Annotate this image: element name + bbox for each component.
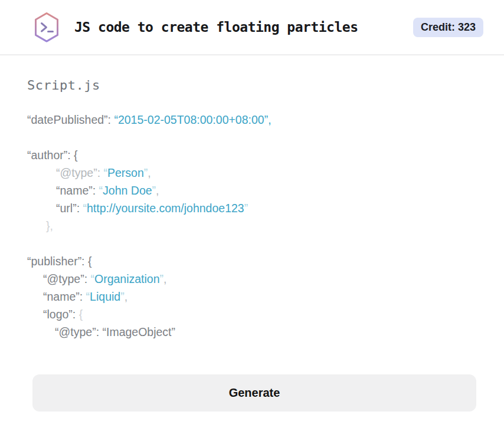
code-line: “author”: { <box>27 146 477 164</box>
code-token: , <box>163 272 166 285</box>
code-token: “name”: <box>43 290 86 303</box>
code-token: John Doe <box>103 184 152 197</box>
code-line: “publisher”: { <box>27 252 477 270</box>
code-token: , <box>125 290 127 303</box>
code-token: { <box>79 308 83 321</box>
page-title: JS code to create floating particles <box>74 19 358 35</box>
code-line: “@type”: “Organization”, <box>27 270 477 288</box>
code-token: “publisher”: { <box>27 255 91 268</box>
code-token: , <box>148 166 150 179</box>
editor-panel: Script.js “datePublished”: “2015-02-05T0… <box>0 78 504 341</box>
code-token: ” <box>244 202 248 215</box>
filename-label: Script.js <box>27 78 477 93</box>
code-token: “logo”: <box>43 308 79 321</box>
app-header: JS code to create floating particles Cre… <box>0 0 504 55</box>
code-token: “@type”: “ImageObject” <box>55 325 175 338</box>
code-line: “name”: “Liquid”, <box>27 288 477 305</box>
code-block: “datePublished”: “2015-02-05T08:00:00+08… <box>27 111 477 341</box>
code-token: “@type”: <box>56 166 103 179</box>
code-token: Liquid <box>90 290 120 303</box>
code-line <box>27 129 477 146</box>
code-line: “url”: “http://yoursite.com/johndoe123” <box>27 199 477 217</box>
code-token: , <box>156 184 159 197</box>
code-line: }, <box>27 217 477 235</box>
code-line <box>27 235 477 252</box>
code-line: “@type”: “ImageObject” <box>27 323 477 341</box>
code-token: http://yoursite.com/johndoe123 <box>87 202 244 215</box>
code-token: “url”: <box>56 202 83 215</box>
code-token: “@type”: <box>43 272 90 285</box>
code-token: “name”: <box>56 184 99 197</box>
code-token: }, <box>46 219 53 232</box>
generate-button[interactable]: Generate <box>32 374 476 412</box>
code-line: “logo”: { <box>27 305 477 323</box>
code-line: “name”: “John Doe”, <box>27 182 477 199</box>
code-line: “@type”: “Person”, <box>27 164 477 182</box>
credit-badge: Credit: 323 <box>413 18 483 37</box>
terminal-hexagon-icon <box>32 12 61 43</box>
code-token: “2015-02-05T08:00:00+08:00”, <box>114 113 271 126</box>
code-token: “author”: { <box>27 149 78 162</box>
code-token: “datePublished”: <box>27 113 114 126</box>
code-token: Person <box>107 166 144 179</box>
code-line: “datePublished”: “2015-02-05T08:00:00+08… <box>27 111 477 129</box>
code-token: Organization <box>94 272 160 285</box>
